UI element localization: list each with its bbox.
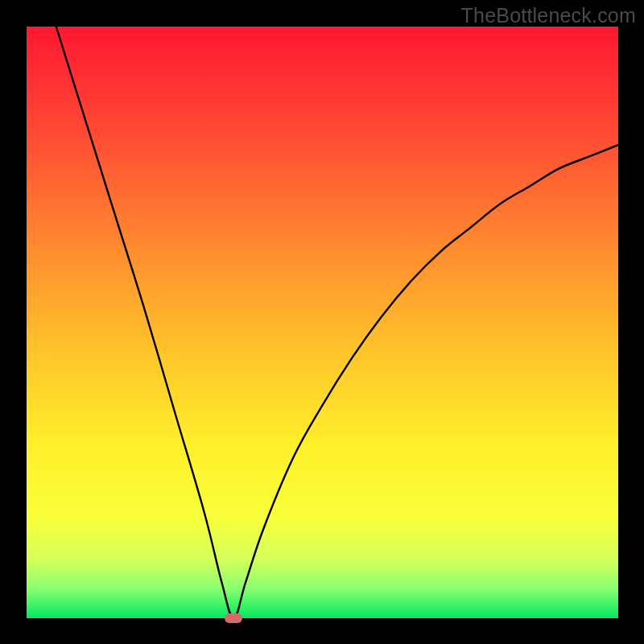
minimum-marker — [225, 613, 242, 623]
bottleneck-curve — [27, 27, 618, 618]
chart-frame: TheBottleneck.com — [0, 0, 644, 644]
watermark-text: TheBottleneck.com — [461, 4, 636, 27]
plot-area — [27, 27, 618, 618]
